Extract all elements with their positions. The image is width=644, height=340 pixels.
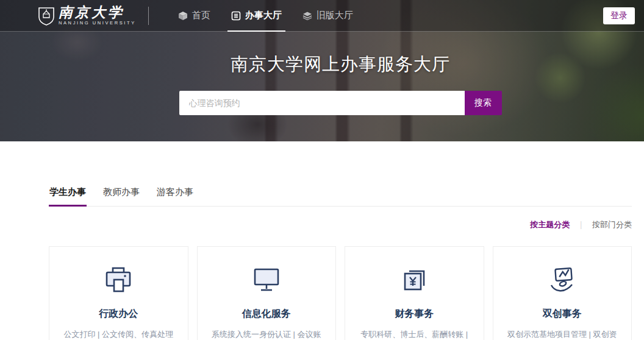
category-description: 专职科研、博士后、薪酬转账 | 其他类项目负责人...	[357, 328, 471, 340]
category-card-it-services[interactable]: 信息化服务 系统接入统一身份认证 | 会议账号 | 信息公开申请 | ...	[197, 246, 337, 340]
search-button[interactable]: 搜索	[465, 91, 502, 115]
content-area: 学生办事 教师办事 游客办事 按主题分类 ｜ 按部门分类 行政办公 公文打印 |…	[49, 183, 632, 340]
tab-visitor-services[interactable]: 游客办事	[156, 183, 194, 206]
classification-switch: 按主题分类 ｜ 按部门分类	[49, 219, 632, 230]
university-name-en: NANJING UNIVERSITY	[59, 20, 136, 26]
printer-icon	[101, 263, 135, 297]
layers-icon	[302, 11, 312, 21]
login-button[interactable]: 登录	[603, 7, 635, 24]
search-input[interactable]	[179, 91, 465, 115]
audience-tabs: 学生办事 教师办事 游客办事	[49, 183, 632, 207]
category-card-admin[interactable]: 行政办公 公文打印 | 公文传阅、传真处理 | 校级重大协议审核...	[49, 246, 188, 340]
category-title: 行政办公	[49, 308, 188, 321]
nju-logo[interactable]: 南京大学 NANJING UNIVERSITY	[38, 5, 136, 26]
cube-icon	[178, 11, 188, 21]
tab-student-services[interactable]: 学生办事	[49, 183, 87, 206]
category-description: 公文打印 | 公文传阅、传真处理 | 校级重大协议审核...	[62, 328, 175, 340]
category-card-innovation[interactable]: 双创事务 双创示范基地项目管理 | 双创资讯发布 | 众创空间场...	[493, 246, 632, 340]
nav-item-service-hall[interactable]: 办事大厅	[230, 0, 283, 32]
hand-chart-icon	[545, 263, 579, 297]
filter-separator: ｜	[577, 219, 585, 230]
main-nav: 首页 办事大厅 旧版大厅	[177, 0, 373, 32]
page-title: 南京大学网上办事服务大厅	[49, 52, 632, 77]
search-bar: 搜索	[179, 91, 502, 115]
category-description: 系统接入统一身份认证 | 会议账号 | 信息公开申请 | ...	[210, 328, 323, 340]
hero-content: 南京大学网上办事服务大厅 搜索	[49, 32, 632, 115]
nav-label-home: 首页	[192, 10, 210, 21]
category-title: 信息化服务	[198, 308, 336, 321]
monitor-icon	[249, 263, 284, 297]
category-title: 双创事务	[493, 308, 632, 321]
nju-shield-icon	[38, 6, 55, 26]
yuan-note-icon	[397, 263, 431, 297]
category-description: 双创示范基地项目管理 | 双创资讯发布 | 众创空间场...	[506, 328, 619, 340]
tab-teacher-services[interactable]: 教师办事	[102, 183, 140, 206]
category-cards: 行政办公 公文打印 | 公文传阅、传真处理 | 校级重大协议审核... 信息化服…	[49, 246, 632, 340]
nav-item-home[interactable]: 首页	[177, 0, 212, 32]
filter-by-topic[interactable]: 按主题分类	[530, 219, 570, 230]
university-name-cn: 南京大学	[59, 5, 136, 19]
document-icon	[231, 11, 241, 21]
header-divider	[148, 7, 149, 25]
category-card-finance[interactable]: 财务事务 专职科研、博士后、薪酬转账 | 其他类项目负责人...	[345, 246, 484, 340]
filter-by-department[interactable]: 按部门分类	[592, 219, 632, 230]
category-title: 财务事务	[345, 308, 484, 321]
nav-item-old-hall[interactable]: 旧版大厅	[301, 0, 354, 32]
top-navigation-bar: 南京大学 NANJING UNIVERSITY 首页 办事大厅	[0, 0, 644, 32]
nav-label-service-hall: 办事大厅	[245, 10, 282, 21]
nav-label-old-hall: 旧版大厅	[317, 10, 353, 21]
hero-banner: 南京大学 NANJING UNIVERSITY 首页 办事大厅	[0, 0, 644, 141]
